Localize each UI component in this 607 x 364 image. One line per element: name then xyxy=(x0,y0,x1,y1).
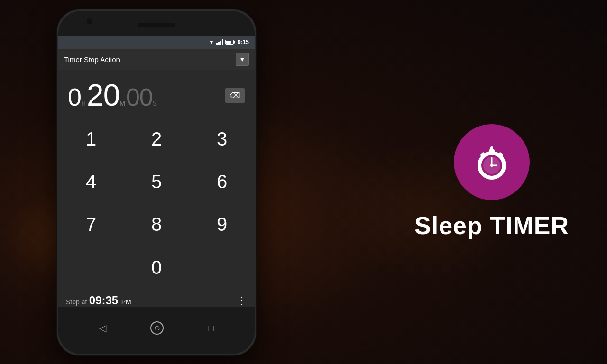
app-branding: Sleep TIMER xyxy=(414,124,569,240)
numpad-btn-3[interactable]: 3 xyxy=(189,118,255,160)
phone-device: ▼ 9:15 Timer Stop Ac xyxy=(57,9,256,355)
numpad-btn-5[interactable]: 5 xyxy=(124,160,189,203)
app-name-bold: TIMER xyxy=(490,212,569,239)
backspace-button[interactable]: ⌫ xyxy=(225,88,245,103)
phone-camera xyxy=(87,18,92,24)
hours-label: H xyxy=(81,100,86,107)
phone-nav-bar: ◁ ○ □ xyxy=(58,307,255,354)
status-time: 9:15 xyxy=(238,39,249,46)
app-name-regular: Sleep xyxy=(414,212,490,239)
svg-rect-2 xyxy=(490,146,493,151)
numpad-btn-9[interactable]: 9 xyxy=(189,203,255,246)
nav-home-button[interactable]: ○ xyxy=(150,321,164,335)
stopwatch-icon xyxy=(470,141,513,183)
timer-hours: 0 xyxy=(68,83,81,111)
stop-at-label: Stop at xyxy=(66,298,87,306)
app-icon xyxy=(454,124,530,200)
stop-at-time: 09:35 xyxy=(89,294,118,307)
phone-screen: ▼ 9:15 Timer Stop Ac xyxy=(58,36,255,307)
phone-speaker xyxy=(138,23,175,27)
dropdown-bar[interactable]: Timer Stop Action ▼ xyxy=(58,49,255,70)
backspace-icon: ⌫ xyxy=(230,91,240,100)
numpad-btn-6[interactable]: 6 xyxy=(189,160,255,203)
nav-recent-button[interactable]: □ xyxy=(208,323,213,334)
phone-wrapper: ▼ 9:15 Timer Stop Ac xyxy=(57,9,256,355)
timer-minutes: 20 xyxy=(87,78,120,113)
dropdown-arrow-btn[interactable]: ▼ xyxy=(236,53,249,66)
numpad-btn-1[interactable]: 1 xyxy=(58,118,124,160)
timer-display: 0 H 20 M 00 S ⌫ xyxy=(58,70,255,118)
timer-main: 0 H 20 M 00 S xyxy=(68,78,225,113)
dropdown-label: Timer Stop Action xyxy=(64,55,120,64)
stop-at-ampm: PM xyxy=(121,298,131,306)
numpad-btn-8[interactable]: 8 xyxy=(124,203,189,246)
numpad-btn-7[interactable]: 7 xyxy=(58,203,124,246)
seconds-label: S xyxy=(153,100,157,107)
nav-back-button[interactable]: ◁ xyxy=(99,322,106,334)
stop-at-container: Stop at 09:35 PM xyxy=(66,294,131,307)
status-icons: ▼ 9:15 xyxy=(209,39,249,46)
signal-icon xyxy=(216,39,223,45)
wifi-icon: ▼ xyxy=(209,39,214,46)
bottom-info-bar: Stop at 09:35 PM ⋮ xyxy=(58,289,255,307)
svg-point-9 xyxy=(490,164,493,167)
status-bar: ▼ 9:15 xyxy=(58,36,255,49)
chevron-down-icon: ▼ xyxy=(239,55,246,63)
numpad: 1 2 3 4 5 6 7 8 9 0 xyxy=(58,118,255,289)
numpad-btn-4[interactable]: 4 xyxy=(58,160,124,203)
timer-seconds: 00 xyxy=(126,83,153,111)
numpad-btn-0[interactable]: 0 xyxy=(124,246,189,289)
app-name: Sleep TIMER xyxy=(414,211,569,240)
numpad-btn-2[interactable]: 2 xyxy=(124,118,189,160)
battery-icon xyxy=(225,40,234,45)
more-options-button[interactable]: ⋮ xyxy=(237,295,247,306)
phone-top-bar xyxy=(58,11,255,36)
minutes-label: M xyxy=(120,100,125,107)
